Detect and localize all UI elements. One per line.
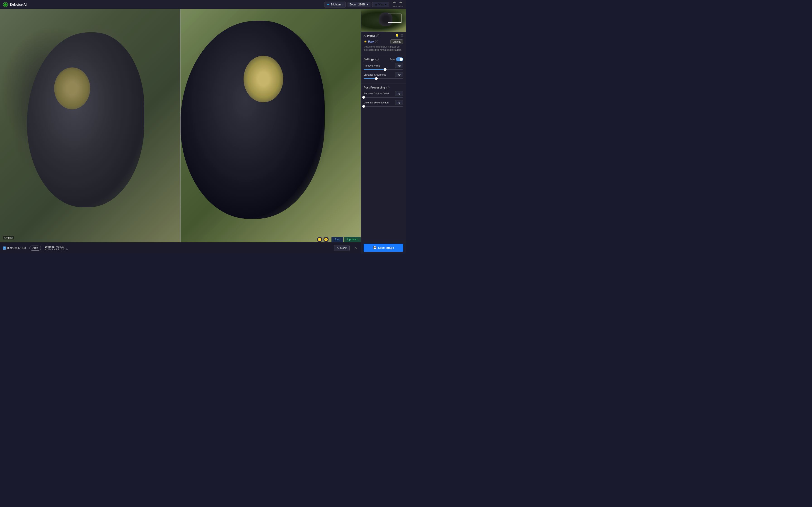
recover-detail-row: Recover Original Detail 0 [364,91,403,98]
settings-section-header: Settings ? Auto [364,57,403,61]
settings-auto-group: Auto [390,57,403,61]
emotion-icons-group: 🙂 🙁 [317,237,329,242]
color-noise-label: Color Noise Reduction [364,101,389,104]
image-bottom-bar: 🙂 🙁 Raw Updated [317,237,361,242]
remove-noise-fill [364,69,385,70]
view-chevron-icon: ▾ [385,3,387,6]
close-button[interactable]: ✕ [353,245,358,251]
original-image [0,9,180,242]
recover-detail-label-row: Recover Original Detail 0 [364,91,403,96]
app-logo [3,2,8,7]
app-title: DeNoise AI [10,3,27,6]
zoom-value: 294% [358,3,365,6]
header: DeNoise AI ✦ Brighten ? Zoom 294% ▾ ⊞ Vi… [0,0,406,9]
remove-noise-label: Remove Noise [364,64,380,67]
enhance-sharpness-track[interactable] [364,78,403,79]
view-grid-icon: ⊞ [375,3,377,6]
settings-section-title: Settings ? [364,58,378,61]
logo-area: DeNoise AI [3,2,321,7]
model-help-icon[interactable]: ? [375,40,378,43]
recover-detail-thumb[interactable] [362,96,365,99]
recover-detail-value[interactable]: 0 [395,91,403,96]
enhance-sharpness-label: Enhance Sharpness [364,73,386,76]
view-label: View [378,3,384,6]
zoom-label: Zoom [350,3,357,6]
redo-icon [399,1,403,5]
image-area: Original 🙂 🙁 Raw Updated ✓ 009A3966.CR3 … [0,9,361,253]
post-processing-header: Post-Processing ? [364,86,403,89]
brighten-star-icon: ✦ [327,3,329,6]
settings-auto-label: Auto [390,58,395,61]
thumbnail-area [361,9,406,32]
view-button[interactable]: ⊞ View ▾ [372,2,389,7]
happy-emotion-icon[interactable]: 🙂 [317,237,322,242]
zoom-control[interactable]: Zoom 294% ▾ [348,2,370,7]
color-noise-track[interactable] [364,106,403,107]
undo-button[interactable]: Undo [392,1,397,8]
brighten-label: Brighten [331,3,341,6]
enhance-sharpness-value[interactable]: 42 [395,72,403,77]
list-icon[interactable]: ☰ [400,34,403,38]
settings-values: N: 40 S: 42 R: 0 C: 0 [45,248,68,251]
processed-image [180,9,361,242]
settings-info: Settings: Manual N: 40 S: 42 R: 0 C: 0 [45,245,330,251]
recover-detail-track[interactable] [364,97,403,98]
original-panel [0,9,180,242]
recover-detail-label: Recover Original Detail [364,92,389,95]
brighten-help-icon: ? [342,3,343,6]
sad-emotion-icon[interactable]: 🙁 [323,237,329,242]
header-center: ✦ Brighten ? Zoom 294% ▾ ⊞ View ▾ [324,2,389,7]
settings-label: Settings: [45,245,55,248]
file-checkbox: ✓ 009A3966.CR3 [3,246,26,250]
ai-model-section: AI Model ? 💡 ☰ ⚡ Raw ? Change Model reco… [361,32,406,55]
viewport-indicator[interactable] [388,13,401,23]
remove-noise-track[interactable] [364,69,403,70]
remove-noise-row: Remove Noise 40 [364,63,403,70]
header-right: Undo Redo [392,1,403,8]
post-processing-title: Post-Processing ? [364,86,390,89]
redo-button[interactable]: Redo [398,1,403,8]
settings-mode: Manual [56,245,64,248]
undo-icon [392,1,396,5]
enhance-sharpness-label-row: Enhance Sharpness 42 [364,72,403,77]
undo-redo-group: Undo Redo [392,1,403,8]
updated-bottom-button[interactable]: Updated [344,237,361,242]
ai-model-help-icon[interactable]: ? [376,34,379,37]
model-name: ⚡ Raw ? [364,40,378,43]
remove-noise-thumb[interactable] [384,68,387,71]
processed-panel [180,9,361,242]
settings-help-icon[interactable]: ? [375,58,378,61]
post-processing-section: Post-Processing ? Recover Original Detai… [361,84,406,111]
brighten-button[interactable]: ✦ Brighten ? [324,2,346,7]
enhance-sharpness-thumb[interactable] [375,77,378,80]
settings-section: Settings ? Auto Remove Noise 40 [361,55,406,84]
save-image-button[interactable]: 💾 Save Image [364,244,403,252]
bottom-bar: ✓ 009A3966.CR3 Auto Settings: Manual N: … [0,242,361,253]
split-divider[interactable] [180,9,181,242]
comparison-container: Original 🙂 🙁 Raw Updated [0,9,361,242]
model-row: ⚡ Raw ? Change [364,39,403,44]
mask-icon: ✎ [337,246,339,250]
color-noise-thumb[interactable] [362,105,365,108]
remove-noise-label-row: Remove Noise 40 [364,63,403,68]
zoom-chevron-icon: ▾ [367,3,368,6]
ai-model-title: AI Model ? [364,34,379,37]
enhance-sharpness-row: Enhance Sharpness 42 [364,72,403,79]
bulb-icon[interactable]: 💡 [395,34,399,38]
lightning-icon: ⚡ [364,40,367,43]
mask-button[interactable]: ✎ Mask [334,245,350,251]
ai-model-header: AI Model ? 💡 ☰ [364,34,403,38]
remove-noise-value[interactable]: 40 [395,63,403,68]
settings-auto-toggle[interactable] [396,57,403,61]
color-noise-value[interactable]: 0 [395,100,403,105]
post-processing-help-icon[interactable]: ? [386,86,390,89]
right-panel: AI Model ? 💡 ☰ ⚡ Raw ? Change Model reco… [361,9,406,253]
auto-button[interactable]: Auto [30,245,41,250]
raw-bottom-button[interactable]: Raw [332,237,343,242]
save-icon: 💾 [373,246,376,249]
model-description: Model recommendation is based on the sup… [364,45,403,52]
ai-model-icons: 💡 ☰ [395,34,403,38]
mask-label: Mask [340,246,347,250]
file-checkbox-input[interactable]: ✓ [3,246,6,250]
change-model-button[interactable]: Change [390,39,403,44]
